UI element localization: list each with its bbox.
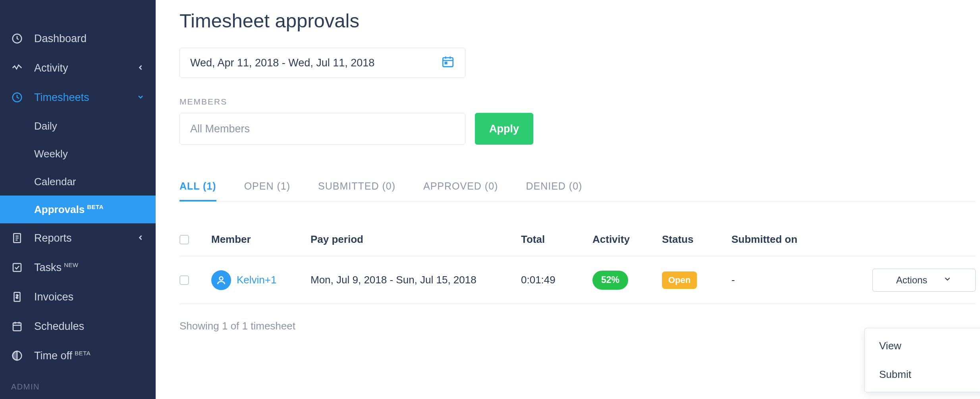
sidebar-item-activity[interactable]: Activity [0, 53, 156, 83]
sidebar: Dashboard Activity Timesheets Daily Week… [0, 0, 156, 399]
admin-section-label: ADMIN [0, 370, 156, 391]
sidebar-subitem-weekly[interactable]: Weekly [0, 140, 156, 168]
row-checkbox[interactable] [179, 275, 189, 285]
invoice-icon [11, 291, 30, 303]
page-title: Timesheet approvals [179, 10, 976, 32]
chevron-down-icon [943, 275, 952, 286]
members-label: MEMBERS [179, 97, 976, 107]
actions-menu-view[interactable]: View [865, 331, 980, 360]
col-activity: Activity [592, 233, 662, 246]
tabs: ALL (1) OPEN (1) SUBMITTED (0) APPROVED … [179, 180, 976, 201]
timesheet-table: Member Pay period Total Activity Status … [179, 233, 976, 304]
sidebar-item-label: Timesheets [34, 91, 89, 104]
sidebar-item-label: Time offBETA [34, 350, 91, 362]
pay-period-value: Mon, Jul 9, 2018 - Sun, Jul 15, 2018 [311, 274, 521, 286]
sidebar-item-timeoff[interactable]: Time offBETA [0, 341, 156, 370]
report-icon [11, 232, 30, 244]
tab-all[interactable]: ALL (1) [179, 180, 216, 201]
members-select[interactable]: All Members [179, 113, 465, 145]
apply-button[interactable]: Apply [475, 113, 533, 145]
timeoff-icon [11, 350, 30, 362]
activity-badge: 52% [592, 271, 628, 290]
main-content: Timesheet approvals Wed, Apr 11, 2018 - … [156, 0, 980, 399]
sidebar-item-label: Daily [34, 120, 57, 132]
beta-badge: BETA [75, 350, 91, 356]
gauge-icon [11, 33, 30, 45]
sidebar-item-timesheets[interactable]: Timesheets [0, 83, 156, 112]
col-member: Member [211, 233, 311, 246]
beta-badge: BETA [87, 203, 104, 210]
sidebar-subitem-daily[interactable]: Daily [0, 112, 156, 140]
submitted-on-value: - [731, 274, 849, 286]
calendar-icon [441, 55, 455, 71]
sidebar-item-label: Activity [34, 62, 68, 74]
chevron-left-icon [137, 232, 145, 244]
sidebar-item-dashboard[interactable]: Dashboard [0, 24, 156, 53]
svg-rect-17 [445, 62, 447, 64]
svg-rect-8 [13, 323, 21, 331]
tasks-icon [11, 261, 30, 273]
date-range-value: Wed, Apr 11, 2018 - Wed, Jul 11, 2018 [190, 57, 374, 69]
member-name: Kelvin+1 [237, 274, 276, 286]
sidebar-item-label: Invoices [34, 291, 73, 303]
chevron-down-icon [137, 91, 145, 104]
svg-point-18 [220, 277, 223, 280]
table-header-row: Member Pay period Total Activity Status … [179, 233, 976, 256]
table-row: Kelvin+1 Mon, Jul 9, 2018 - Sun, Jul 15,… [179, 256, 976, 304]
members-placeholder: All Members [190, 123, 250, 135]
date-range-picker[interactable]: Wed, Apr 11, 2018 - Wed, Jul 11, 2018 [179, 48, 465, 78]
sidebar-item-label: ApprovalsBETA [34, 203, 104, 216]
sidebar-item-tasks[interactable]: TasksNEW [0, 253, 156, 282]
col-submitted-on: Submitted on [731, 233, 849, 246]
avatar [211, 270, 231, 290]
sidebar-item-schedules[interactable]: Schedules [0, 312, 156, 341]
actions-dropdown-button[interactable]: Actions [872, 269, 976, 292]
sidebar-item-label: TasksNEW [34, 261, 79, 274]
activity-icon [11, 62, 30, 74]
actions-dropdown-menu: View Submit [864, 328, 980, 392]
select-all-checkbox[interactable] [179, 235, 189, 244]
tab-denied[interactable]: DENIED (0) [526, 180, 582, 201]
col-pay-period: Pay period [311, 233, 521, 246]
total-value: 0:01:49 [521, 274, 592, 286]
tab-open[interactable]: OPEN (1) [244, 180, 290, 201]
clock-icon [11, 91, 30, 103]
col-total: Total [521, 233, 592, 246]
sidebar-item-label: Schedules [34, 320, 84, 333]
actions-label: Actions [896, 275, 928, 286]
sidebar-item-label: Dashboard [34, 33, 87, 45]
sidebar-subitem-approvals[interactable]: ApprovalsBETA [0, 196, 156, 223]
tab-submitted[interactable]: SUBMITTED (0) [318, 180, 395, 201]
table-footer-text: Showing 1 of 1 timesheet [179, 320, 976, 332]
new-badge: NEW [64, 261, 79, 268]
sidebar-item-label: Reports [34, 232, 72, 244]
col-status: Status [662, 233, 731, 246]
member-link[interactable]: Kelvin+1 [211, 270, 311, 290]
sidebar-item-label: Calendar [34, 176, 76, 188]
svg-rect-13 [443, 58, 453, 67]
sidebar-subitem-calendar[interactable]: Calendar [0, 168, 156, 196]
status-badge: Open [662, 271, 697, 289]
sidebar-item-label: Weekly [34, 148, 68, 160]
tab-approved[interactable]: APPROVED (0) [423, 180, 498, 201]
actions-menu-submit[interactable]: Submit [865, 360, 980, 389]
svg-rect-6 [13, 263, 21, 271]
chevron-left-icon [137, 62, 145, 74]
schedule-icon [11, 320, 30, 332]
sidebar-item-reports[interactable]: Reports [0, 223, 156, 253]
sidebar-item-invoices[interactable]: Invoices [0, 282, 156, 312]
